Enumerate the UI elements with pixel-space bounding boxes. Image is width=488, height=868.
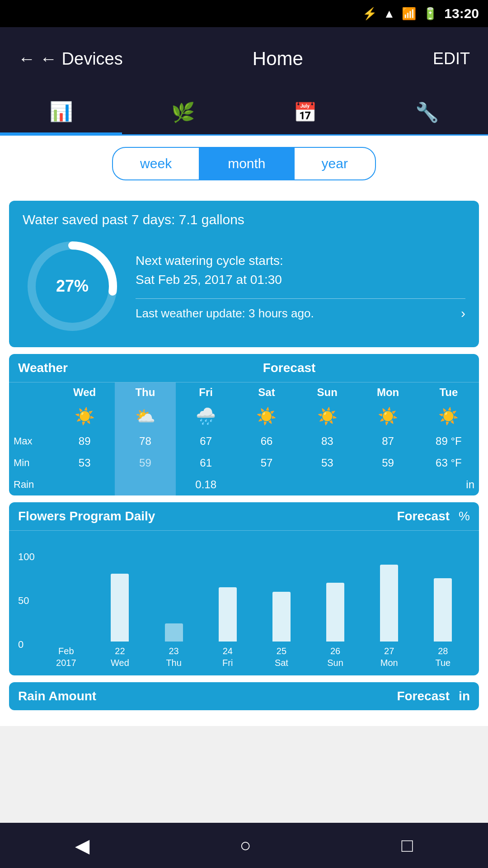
- rain-sat: [236, 474, 297, 495]
- back-button[interactable]: ← ← Devices: [18, 49, 123, 69]
- water-donut-chart: 27%: [23, 236, 122, 336]
- nav-recent-button[interactable]: □: [401, 835, 413, 856]
- nav-home-button[interactable]: ○: [240, 835, 251, 856]
- day-tue: Tue: [418, 382, 479, 402]
- edit-button[interactable]: EDIT: [433, 49, 470, 68]
- day-thu: Thu: [115, 382, 175, 402]
- forecast-label: Forecast: [108, 361, 470, 375]
- min-fri: 61: [176, 452, 236, 474]
- signal-icon: 📶: [402, 7, 416, 21]
- rain-amount-title: Rain Amount: [18, 689, 397, 703]
- chart-forecast-label: Forecast: [397, 509, 450, 524]
- bars-container: Feb2017 22Wed 23Thu 24Fri 25Sat: [39, 551, 470, 669]
- min-thu: 59: [115, 452, 175, 474]
- max-sun: 83: [297, 430, 357, 452]
- max-thu: 78: [115, 430, 175, 452]
- bar-feb2017: Feb2017: [39, 551, 93, 669]
- bar-label-28tue: 28Tue: [436, 645, 451, 669]
- chart-pct-label: %: [459, 509, 470, 524]
- rain-header: Rain Amount Forecast in: [18, 689, 470, 703]
- icon-tue: ☀️: [418, 402, 479, 430]
- water-saved-title: Water saved past 7 days: 7.1 gallons: [23, 212, 465, 227]
- week-button[interactable]: week: [112, 147, 200, 180]
- icon-thu: ⛅: [115, 402, 175, 430]
- chart-title: Flowers Program Daily: [18, 509, 397, 524]
- max-wed: 89: [54, 430, 115, 452]
- status-bar: ⚡ ▲ 📶 🔋 13:20: [0, 0, 488, 27]
- min-tue: 63 °F: [418, 452, 479, 474]
- tab-watering[interactable]: 🌿: [122, 90, 244, 134]
- weather-update-text: Last weather update: 3 hours ago.: [136, 307, 314, 321]
- rain-wed: [54, 474, 115, 495]
- icon-sun: ☀️: [297, 402, 357, 430]
- bar-27mon: 27Mon: [362, 551, 416, 669]
- tab-settings[interactable]: 🔧: [366, 90, 488, 134]
- y-100: 100: [18, 551, 35, 563]
- bar-label-25sat: 25Sat: [275, 645, 288, 669]
- day-wed: Wed: [54, 382, 115, 402]
- bottom-nav: ◀ ○ □: [0, 823, 488, 868]
- max-tue: 89 °F: [418, 430, 479, 452]
- water-card: Water saved past 7 days: 7.1 gallons 27%…: [9, 201, 479, 347]
- bluetooth-icon: ⚡: [362, 7, 377, 21]
- min-wed: 53: [54, 452, 115, 474]
- next-watering-date: Sat Feb 25, 2017 at 01:30: [136, 270, 465, 289]
- rain-fri: 0.18: [176, 474, 236, 495]
- day-mon: Mon: [357, 382, 418, 402]
- bar-28tue: 28Tue: [416, 551, 470, 669]
- day-sun: Sun: [297, 382, 357, 402]
- row-max-label: Max: [9, 430, 54, 452]
- day-fri: Fri: [176, 382, 236, 402]
- icon-wed: ☀️: [54, 402, 115, 430]
- year-button[interactable]: year: [294, 147, 376, 180]
- min-sun: 53: [297, 452, 357, 474]
- rain-unit: in: [459, 689, 470, 703]
- weather-label: Weather: [18, 361, 108, 375]
- app-header: ← ← Devices Home EDIT: [0, 27, 488, 90]
- rain-thu: [115, 474, 175, 495]
- bar-25sat: 25Sat: [254, 551, 308, 669]
- rain-tue: in: [418, 474, 479, 495]
- bar-label-feb2017: Feb2017: [56, 645, 76, 669]
- row-min-label: Min: [9, 452, 54, 474]
- bar-label-27mon: 27Mon: [380, 645, 398, 669]
- water-info: Next watering cycle starts: Sat Feb 25, …: [136, 251, 465, 321]
- next-watering-label: Next watering cycle starts:: [136, 251, 465, 270]
- calendar-icon: 📅: [293, 101, 317, 123]
- settings-icon: 🔧: [415, 101, 439, 123]
- chart-icon: 📊: [49, 100, 73, 123]
- bar-label-26sun: 26Sun: [327, 645, 343, 669]
- y-50: 50: [18, 595, 35, 607]
- row-rain-label: Rain: [9, 474, 54, 495]
- rain-sun: [297, 474, 357, 495]
- watering-icon: 🌿: [171, 101, 195, 123]
- bar-label-24fri: 24Fri: [222, 645, 233, 669]
- bar-24fri: 24Fri: [201, 551, 254, 669]
- weather-update[interactable]: Last weather update: 3 hours ago. ›: [136, 298, 465, 321]
- time: 13:20: [444, 6, 479, 21]
- month-button[interactable]: month: [200, 147, 293, 180]
- max-sat: 66: [236, 430, 297, 452]
- chevron-right-icon: ›: [461, 306, 465, 321]
- rain-mon: [357, 474, 418, 495]
- y-axis: 100 50 0: [18, 551, 35, 669]
- tab-calendar[interactable]: 📅: [244, 90, 366, 134]
- chart-card: Flowers Program Daily Forecast % 100 50 …: [9, 502, 479, 675]
- min-sat: 57: [236, 452, 297, 474]
- weather-header: Weather Forecast: [9, 354, 479, 382]
- nav-back-button[interactable]: ◀: [75, 835, 89, 857]
- bar-22wed: 22Wed: [93, 551, 147, 669]
- row-icons-label: [9, 402, 54, 430]
- icon-fri: 🌧️: [176, 402, 236, 430]
- day-sat: Sat: [236, 382, 297, 402]
- max-mon: 87: [357, 430, 418, 452]
- icon-mon: ☀️: [357, 402, 418, 430]
- page-title: Home: [123, 48, 433, 70]
- weather-card: Weather Forecast Wed Thu Fri Sat Sun Mon…: [9, 354, 479, 495]
- chart-body: 100 50 0 Feb2017 22Wed 23Thu: [9, 531, 479, 675]
- tab-chart[interactable]: 📊: [0, 90, 122, 134]
- chart-header: Flowers Program Daily Forecast %: [9, 502, 479, 531]
- bar-label-23thu: 23Thu: [166, 645, 181, 669]
- back-arrow-icon: ←: [18, 49, 35, 69]
- bar-label-22wed: 22Wed: [111, 645, 129, 669]
